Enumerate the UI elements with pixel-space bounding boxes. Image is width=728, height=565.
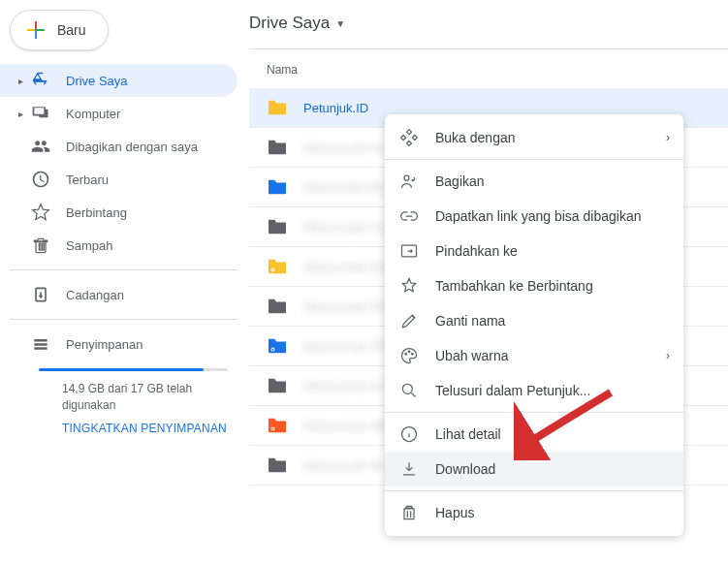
ctx-label: Bagikan <box>435 173 485 189</box>
svg-point-8 <box>405 354 407 356</box>
ctx-link[interactable]: Dapatkan link yang bisa dibagikan <box>385 199 683 234</box>
file-name: Obscured H8 <box>303 419 389 433</box>
sidebar-item-trash[interactable]: Sampah <box>0 229 237 262</box>
file-name: Obscured I9 <box>303 458 383 473</box>
ctx-label: Ganti nama <box>435 313 505 329</box>
ctx-search[interactable]: Telusuri dalam Petunjuk... <box>385 373 683 408</box>
backup-icon <box>29 285 52 304</box>
file-name: Obscured A1 <box>303 141 387 155</box>
ctx-label: Hapus <box>435 505 474 520</box>
drive-icon <box>29 71 52 90</box>
file-name: Obscured C3 <box>303 220 389 235</box>
context-menu: Buka dengan›BagikanDapatkan link yang bi… <box>385 114 683 536</box>
shared-icon <box>29 137 52 156</box>
divider <box>385 159 683 160</box>
sidebar-item-drive[interactable]: ▸Drive Saya <box>0 64 237 97</box>
sidebar-item-star[interactable]: Berbintang <box>0 196 237 229</box>
storage-icon <box>29 334 52 354</box>
ctx-star[interactable]: Tambahkan ke Berbintang <box>385 268 683 303</box>
ctx-move[interactable]: Pindahkan ke <box>385 234 683 268</box>
storage-upgrade-link[interactable]: TINGKATKAN PENYIMPANAN <box>62 422 237 435</box>
folder-icon <box>267 218 288 235</box>
star-icon <box>398 276 420 296</box>
ctx-label: Download <box>435 461 495 477</box>
computer-icon <box>29 104 52 123</box>
svg-point-6 <box>404 175 409 180</box>
file-name: Obscured G7 <box>303 379 389 393</box>
ctx-label: Telusuri dalam Petunjuk... <box>435 383 590 398</box>
info-icon <box>398 424 420 444</box>
sidebar-item-label: Dibagikan dengan saya <box>66 140 198 154</box>
expand-icon: ▸ <box>12 76 29 86</box>
move-icon <box>398 241 420 261</box>
chevron-down-icon: ▼ <box>335 18 345 29</box>
file-name: Obscured F6 <box>303 339 387 354</box>
folder-icon <box>267 377 288 394</box>
chevron-right-icon: › <box>666 349 670 362</box>
plus-icon <box>24 18 47 42</box>
ctx-label: Ubah warna <box>435 348 509 363</box>
divider <box>10 319 237 320</box>
sidebar-item-shared[interactable]: Dibagikan dengan saya <box>0 130 237 163</box>
chevron-right-icon: › <box>666 131 670 144</box>
folder-icon <box>267 99 288 116</box>
ctx-label: Tambahkan ke Berbintang <box>435 278 593 294</box>
storage-label: Penyimpanan <box>66 337 143 352</box>
sidebar-item-computer[interactable]: ▸Komputer <box>0 97 237 130</box>
sidebar-item-storage[interactable]: Penyimpanan <box>0 328 237 361</box>
storage-text: 14,9 GB dari 17 GB telah digunakan <box>62 381 207 414</box>
ctx-label: Lihat detail <box>435 426 501 442</box>
ctx-rename[interactable]: Ganti nama <box>385 303 683 338</box>
sidebar-item-label: Drive Saya <box>66 74 128 88</box>
recent-icon <box>29 170 52 189</box>
trash-icon <box>29 235 52 255</box>
storage-bar <box>39 368 228 371</box>
file-name: Obscured D4 <box>303 260 389 274</box>
star-icon <box>29 203 52 222</box>
open-icon <box>398 128 420 147</box>
svg-point-9 <box>408 351 410 353</box>
svg-point-3 <box>271 349 273 351</box>
ctx-share[interactable]: Bagikan <box>385 164 683 199</box>
ctx-download[interactable]: Download <box>385 452 683 487</box>
new-button[interactable]: Baru <box>10 10 109 50</box>
divider <box>385 490 683 491</box>
folder-icon <box>267 417 288 434</box>
expand-icon: ▸ <box>12 109 29 119</box>
share-icon <box>398 172 420 191</box>
ctx-label: Pindahkan ke <box>435 243 518 259</box>
svg-point-1 <box>271 269 273 271</box>
ctx-label: Dapatkan link yang bisa dibagikan <box>435 208 641 224</box>
sidebar-item-label: Terbaru <box>66 173 109 187</box>
svg-point-5 <box>271 428 273 430</box>
folder-icon <box>267 258 288 275</box>
svg-point-10 <box>412 354 414 356</box>
breadcrumb[interactable]: Drive Saya ▼ <box>249 0 728 49</box>
ctx-open[interactable]: Buka dengan› <box>385 120 683 155</box>
ctx-trash[interactable]: Hapus <box>385 495 683 530</box>
svg-point-11 <box>402 384 412 393</box>
sidebar-item-label: Berbintang <box>66 205 127 220</box>
link-icon <box>398 206 420 226</box>
sidebar-item-backup[interactable]: Cadangan <box>0 278 237 311</box>
ctx-label: Buka dengan <box>435 130 516 145</box>
file-name: Obscured B2 <box>303 180 388 195</box>
sidebar-item-label: Komputer <box>66 107 120 121</box>
folder-icon <box>267 456 288 474</box>
file-name: Petunjuk.ID <box>303 101 368 115</box>
trash-icon <box>398 503 420 522</box>
search-icon <box>398 381 420 400</box>
download-icon <box>398 459 420 479</box>
divider <box>10 269 237 270</box>
file-name: Obscured E5 <box>303 299 388 314</box>
breadcrumb-title: Drive Saya <box>249 14 330 33</box>
ctx-palette[interactable]: Ubah warna› <box>385 338 683 373</box>
ctx-info[interactable]: Lihat detail <box>385 417 683 452</box>
new-button-label: Baru <box>57 22 86 38</box>
column-header-name[interactable]: Nama <box>249 49 728 88</box>
divider <box>385 412 683 413</box>
sidebar-item-recent[interactable]: Terbaru <box>0 163 237 196</box>
folder-icon <box>267 139 288 156</box>
storage-bar-fill <box>39 368 204 371</box>
rename-icon <box>398 311 420 330</box>
